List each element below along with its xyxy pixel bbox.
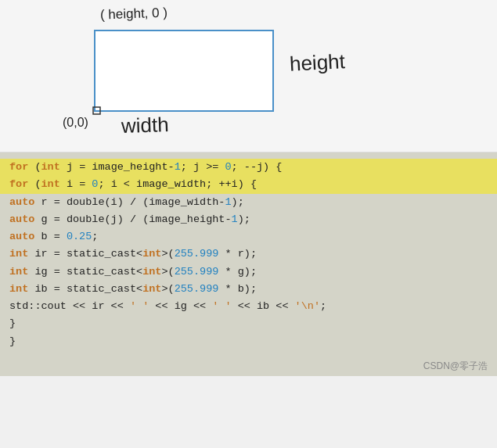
code-block: for (int j = image_height-1; j >= 0; --j… <box>0 152 497 376</box>
code-line: auto g = double(j) / (image_height-1); <box>0 211 497 228</box>
token-kw: auto <box>9 194 34 211</box>
token-op: ( <box>28 159 41 176</box>
code-line: } <box>0 333 497 350</box>
token-kw: int <box>9 281 28 298</box>
token-op: std::cout << ir << <box>9 298 130 315</box>
origin-label: (0,0) <box>63 116 88 130</box>
token-num: 1 <box>175 159 181 176</box>
token-num: 255.999 <box>175 263 219 281</box>
token-op: b = <box>34 228 67 246</box>
token-kw: auto <box>9 228 34 246</box>
token-kw: int <box>142 281 161 298</box>
code-line: for (int i = 0; i < image_width; ++i) { <box>0 176 497 193</box>
diagram-section: ( height, 0 ) height (0,0) width <box>0 0 497 152</box>
token-op: ; <box>92 228 98 246</box>
token-op: >( <box>161 263 174 281</box>
token-kw: int <box>9 263 28 281</box>
token-kw: auto <box>9 211 34 228</box>
handwriting-area: ( height, 0 ) height (0,0) width <box>0 0 497 152</box>
token-kw: int <box>142 263 161 281</box>
token-op: } <box>9 333 16 350</box>
watermark: CSDN@零子浩 <box>0 357 497 376</box>
image-rect <box>94 30 274 112</box>
token-op: ; i < image_width; ++i) { <box>98 176 257 193</box>
token-op: * g); <box>218 263 257 281</box>
corner-mark-icon <box>92 106 102 116</box>
code-line: int ib = static_cast<int>(255.999 * b); <box>0 281 497 298</box>
token-kw: int <box>41 159 60 176</box>
token-num: 1 <box>232 211 238 228</box>
token-num: 0.25 <box>67 228 92 246</box>
code-line: std::cout << ir << ' ' << ig << ' ' << i… <box>0 298 497 315</box>
token-op: ; j >= <box>181 159 225 176</box>
token-kw: int <box>9 246 28 263</box>
token-op: ; <box>320 298 326 315</box>
token-str: '\n' <box>295 298 320 315</box>
token-op: ; --j) { <box>232 159 283 176</box>
token-op: g = double(j) / (image_height- <box>34 211 231 228</box>
token-op: ig = static_cast< <box>28 263 142 281</box>
token-op: * b); <box>218 281 257 298</box>
token-kw: for <box>9 176 28 193</box>
token-op: r = double(i) / (image_width- <box>34 194 225 211</box>
token-op: << ib << <box>232 298 295 315</box>
svg-rect-0 <box>93 107 100 114</box>
token-num: 1 <box>225 194 231 211</box>
token-op: ib = static_cast< <box>28 281 142 298</box>
code-line: auto r = double(i) / (image_width-1); <box>0 194 497 211</box>
height-label-right: height <box>289 49 345 77</box>
token-op: j = image_height- <box>60 159 175 176</box>
token-op: >( <box>161 246 174 263</box>
token-str: ' ' <box>130 298 149 315</box>
code-line: } <box>0 315 497 332</box>
token-op: i = <box>60 176 92 193</box>
token-kw: for <box>9 159 28 176</box>
token-num: 0 <box>225 159 231 176</box>
token-str: ' ' <box>212 298 231 315</box>
token-num: 255.999 <box>175 281 219 298</box>
token-num: 0 <box>92 176 98 193</box>
token-op: >( <box>161 281 174 298</box>
code-line: int ir = static_cast<int>(255.999 * r); <box>0 246 497 263</box>
token-op: ); <box>232 194 244 211</box>
token-op: << ig << <box>149 298 212 315</box>
token-kw: int <box>41 176 60 193</box>
token-op: ir = static_cast< <box>28 246 142 263</box>
token-op: } <box>9 315 16 332</box>
token-op: ); <box>238 211 250 228</box>
code-line: auto b = 0.25; <box>0 228 497 246</box>
token-num: 255.999 <box>175 246 219 263</box>
token-op: * r); <box>218 246 257 263</box>
width-label: width <box>121 113 169 138</box>
code-line: int ig = static_cast<int>(255.999 * g); <box>0 263 497 281</box>
code-section: for (int j = image_height-1; j >= 0; --j… <box>0 152 497 357</box>
token-op: ( <box>28 176 41 193</box>
code-line: for (int j = image_height-1; j >= 0; --j… <box>0 159 497 176</box>
height-label-top: ( height, 0 ) <box>100 5 168 23</box>
token-kw: int <box>142 246 161 263</box>
